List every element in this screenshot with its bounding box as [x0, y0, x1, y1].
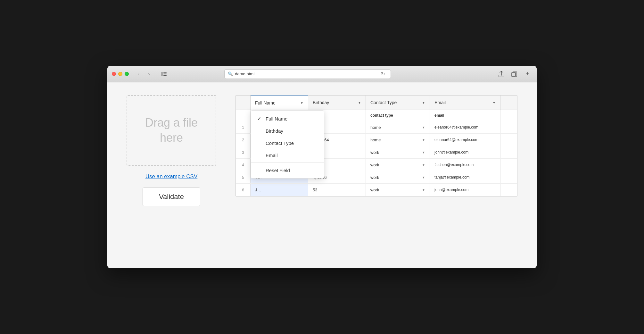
dropdown-menu: ✓ Full Name Birthday Contact Type Email: [251, 110, 324, 179]
td-full-name-6: J…: [251, 184, 308, 196]
dropdown-item-reset-label: Reset Field: [266, 168, 290, 173]
th-full-name[interactable]: Full Name ▼ ✓ Full Name Birthday Contact…: [251, 96, 308, 110]
duplicate-button[interactable]: [509, 69, 519, 79]
drop-zone-text: Drag a file here: [145, 115, 198, 146]
td-email-6: john@example.com: [430, 184, 500, 196]
th-birthday-arrow: ▼: [358, 101, 361, 104]
td-row-num-1: 1: [236, 121, 251, 133]
share-button[interactable]: [496, 69, 507, 79]
th-email-label: Email: [434, 100, 446, 105]
nav-buttons: ‹ ›: [134, 69, 154, 79]
td-email-2: eleanor64@example.com: [430, 134, 500, 146]
td-contact-type-5: work▼: [366, 171, 430, 183]
table-header-row: Full Name ▼ ✓ Full Name Birthday Contact…: [236, 96, 517, 110]
svg-rect-4: [512, 72, 516, 77]
td-contact-type-1: home▼: [366, 121, 430, 133]
dropdown-divider: [251, 163, 324, 163]
search-icon: 🔍: [228, 71, 233, 76]
sh-row-num: [236, 110, 251, 121]
maximize-button[interactable]: [125, 72, 129, 76]
svg-rect-0: [161, 72, 163, 76]
svg-rect-1: [163, 72, 167, 73]
dropdown-item-contact-type-label: Contact Type: [266, 140, 294, 146]
td-email-1: eleanor64@example.com: [430, 121, 500, 133]
page-content: Drag a file here Use an example CSV Vali…: [107, 82, 537, 268]
traffic-lights: [112, 72, 129, 76]
td-email-4: faichen@example.com: [430, 159, 500, 171]
sh-contact-type: contact type: [366, 110, 430, 121]
dropdown-item-full-name-label: Full Name: [266, 116, 287, 121]
th-row-num: [236, 96, 251, 110]
toolbar-right: +: [496, 69, 532, 79]
close-button[interactable]: [112, 72, 116, 76]
td-contact-type-6: work▼: [366, 184, 430, 196]
th-full-name-arrow: ▼: [300, 101, 303, 105]
td-email-3: john@example.com: [430, 146, 500, 158]
th-email-arrow: ▼: [492, 101, 496, 104]
dropdown-item-reset[interactable]: Reset Field: [251, 164, 324, 176]
back-button[interactable]: ‹: [134, 69, 144, 79]
minimize-button[interactable]: [118, 72, 122, 76]
dropdown-item-email[interactable]: Email: [251, 149, 324, 161]
example-csv-link[interactable]: Use an example CSV: [145, 173, 198, 180]
table-area: Full Name ▼ ✓ Full Name Birthday Contact…: [235, 95, 517, 196]
svg-rect-2: [163, 73, 167, 74]
td-row-num-3: 3: [236, 146, 251, 158]
th-full-name-label: Full Name: [255, 100, 276, 105]
th-contact-type[interactable]: Contact Type ▼: [366, 96, 430, 110]
reload-button[interactable]: ↻: [378, 70, 387, 79]
validate-button[interactable]: Validate: [143, 188, 200, 206]
th-contact-type-arrow: ▼: [422, 101, 425, 104]
td-email-5: tanja@example.com: [430, 171, 500, 183]
td-row-num-5: 5: [236, 171, 251, 183]
title-bar: ‹ › 🔍 demo.html ↻: [107, 66, 537, 82]
browser-window: ‹ › 🔍 demo.html ↻: [107, 66, 537, 268]
address-bar[interactable]: 🔍 demo.html ↻: [224, 69, 391, 79]
td-contact-type-3: work▼: [366, 146, 430, 158]
address-text: demo.html: [235, 71, 254, 76]
th-email[interactable]: Email ▼: [430, 96, 500, 110]
dropdown-item-birthday-label: Birthday: [266, 128, 283, 134]
td-row-num-4: 4: [236, 159, 251, 171]
td-contact-type-2: home▼: [366, 134, 430, 146]
check-icon: ✓: [257, 116, 262, 121]
th-birthday-label: Birthday: [313, 100, 329, 105]
forward-button[interactable]: ›: [144, 69, 154, 79]
dropdown-item-full-name[interactable]: ✓ Full Name: [251, 113, 324, 125]
dropdown-item-email-label: Email: [266, 153, 278, 158]
sidebar-toggle-button[interactable]: [159, 69, 169, 79]
td-contact-type-4: work▼: [366, 159, 430, 171]
table-row: 6 J… 53 work▼ john@example.com: [236, 184, 517, 196]
td-row-num-2: 2: [236, 134, 251, 146]
sh-email: email: [430, 110, 500, 121]
dropdown-item-birthday[interactable]: Birthday: [251, 125, 324, 137]
dropdown-item-contact-type[interactable]: Contact Type: [251, 137, 324, 149]
td-birthday-6: 53: [308, 184, 366, 196]
left-panel: Drag a file here Use an example CSV Vali…: [127, 95, 216, 206]
th-birthday[interactable]: Birthday ▼: [308, 96, 366, 110]
new-tab-button[interactable]: +: [523, 69, 532, 79]
drop-zone[interactable]: Drag a file here: [127, 95, 216, 166]
th-contact-type-label: Contact Type: [370, 100, 397, 105]
td-row-num-6: 6: [236, 184, 251, 196]
svg-rect-3: [163, 75, 167, 76]
